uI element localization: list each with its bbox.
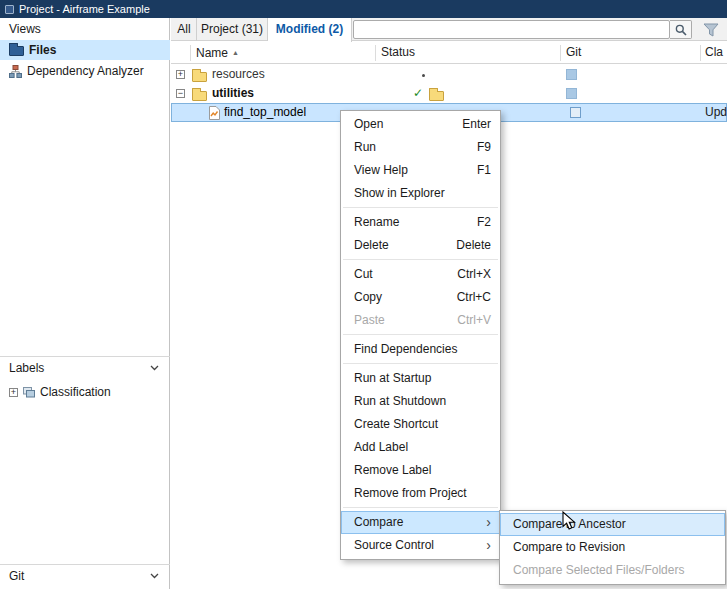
menu-separator [343,207,498,208]
filter-button[interactable] [702,22,720,38]
menu-item-remove-from-project[interactable]: Remove from Project [341,482,500,505]
menu-item-run-at-shutdown[interactable]: Run at Shutdown [341,390,500,413]
menu-item-rename[interactable]: RenameF2 [341,211,500,234]
menu-item-label: Find Dependencies [354,338,491,361]
labels-header[interactable]: Labels [0,356,170,378]
menu-separator [343,334,498,335]
menu-separator [343,507,498,508]
classification-label: Classification [40,385,111,399]
menu-item-label: Run at Shutdown [354,390,491,413]
menu-item-shortcut: F1 [477,159,491,182]
project-window: Project - Airframe Example Views Files D… [0,0,727,589]
labels-header-label: Labels [9,361,44,375]
menu-item-label: Source Control [354,534,486,557]
folder-icon [192,91,207,101]
sort-ascending-icon: ▲ [232,49,239,56]
views-header-label: Views [9,22,41,36]
menu-item-delete[interactable]: DeleteDelete [341,234,500,257]
column-divider [375,45,376,61]
menu-item-shortcut: Ctrl+C [457,286,491,309]
menu-item-label: Compare to Ancestor [513,513,716,536]
menu-item-label: Paste [354,309,447,332]
column-divider [560,45,561,61]
column-header-git[interactable]: Git [566,42,581,63]
menu-item-label: Create Shortcut [354,413,491,436]
file-name: resources [212,65,265,84]
menu-item-label: Delete [354,234,446,257]
classification-label-icon [23,387,35,398]
menu-item-run[interactable]: RunF9 [341,136,500,159]
menu-item-shortcut: Delete [456,234,491,257]
titlebar[interactable]: Project - Airframe Example [0,0,727,18]
views-header: Views [0,18,170,40]
menu-item-label: Compare to Revision [513,536,716,559]
git-header[interactable]: Git [0,564,170,586]
app-icon [5,5,14,14]
menu-item-find-dependencies[interactable]: Find Dependencies [341,338,500,361]
context-menu: OpenEnter RunF9 View HelpF1 Show in Expl… [340,110,501,560]
compare-submenu: Compare to Ancestor Compare to Revision … [499,510,726,585]
menu-item-copy[interactable]: CopyCtrl+C [341,286,500,309]
menu-item-open[interactable]: OpenEnter [341,113,500,136]
tab-project[interactable]: Project (31) [197,18,268,41]
files-folder-icon [9,46,24,56]
menu-item-run-at-startup[interactable]: Run at Startup [341,367,500,390]
menu-item-label: Compare [354,511,486,534]
git-status-icon [566,69,577,80]
files-label: Files [29,43,56,57]
submenu-arrow-icon: › [486,534,491,557]
collapse-icon[interactable]: − [176,89,185,98]
column-header-classification[interactable]: Cla [705,42,723,63]
column-header-status[interactable]: Status [381,42,415,63]
submenu-item-compare-to-revision[interactable]: Compare to Revision [500,536,725,559]
sidebar-item-dependency-analyzer[interactable]: Dependency Analyzer [0,61,170,81]
filter-icon [703,23,719,37]
matlab-file-icon [208,106,220,120]
menu-item-create-shortcut[interactable]: Create Shortcut [341,413,500,436]
column-divider [700,45,701,61]
file-name: utilities [212,84,254,103]
menu-item-remove-label[interactable]: Remove Label [341,459,500,482]
menu-item-label: View Help [354,159,467,182]
search-input[interactable] [353,20,670,39]
menu-item-shortcut: F2 [477,211,491,234]
table-row-utilities[interactable]: − utilities ✓ [171,84,727,103]
search-button[interactable] [670,20,692,39]
menu-item-shortcut: F9 [477,136,491,159]
menu-item-shortcut: Enter [462,113,491,136]
submenu-arrow-icon: › [486,511,491,534]
menu-item-view-help[interactable]: View HelpF1 [341,159,500,182]
sidebar-item-classification[interactable]: + Classification [0,382,170,402]
menu-item-show-in-explorer[interactable]: Show in Explorer [341,182,500,205]
tab-all[interactable]: All [172,18,197,41]
sidebar-item-files[interactable]: Files [0,40,170,60]
menu-item-paste: PasteCtrl+V [341,309,500,332]
sidebar: Views Files Dependency Analyzer Labels + [0,18,170,589]
menu-item-source-control[interactable]: Source Control› [341,534,500,557]
menu-item-add-label[interactable]: Add Label [341,436,500,459]
menu-item-label: Compare Selected Files/Folders [513,559,716,582]
column-name-label: Name [196,46,228,60]
menu-item-label: Run [354,136,467,159]
folder-icon [192,72,207,82]
menu-item-label: Rename [354,211,467,234]
chevron-down-icon [150,365,159,371]
classification-expand-icon[interactable]: + [9,388,18,397]
file-name: find_top_model [224,103,306,122]
menu-item-cut[interactable]: CutCtrl+X [341,263,500,286]
search-icon [675,24,687,36]
git-header-label: Git [9,569,24,583]
menu-item-label: Copy [354,286,447,309]
menu-item-label: Cut [354,263,447,286]
tab-modified[interactable]: Modified (2) [268,18,352,42]
table-header: Name▲ Status Git Cla [171,42,727,64]
menu-item-shortcut: Ctrl+V [457,309,491,332]
expand-icon[interactable]: + [176,70,185,79]
table-row-resources[interactable]: + resources [171,65,727,84]
view-tabs: All Project (31) Modified (2) [171,18,727,41]
menu-item-compare[interactable]: Compare› [341,511,500,534]
submenu-item-compare-selected-files: Compare Selected Files/Folders [500,559,725,582]
menu-item-label: Show in Explorer [354,182,491,205]
submenu-item-compare-to-ancestor[interactable]: Compare to Ancestor [500,513,725,536]
column-header-name[interactable]: Name▲ [196,42,239,64]
